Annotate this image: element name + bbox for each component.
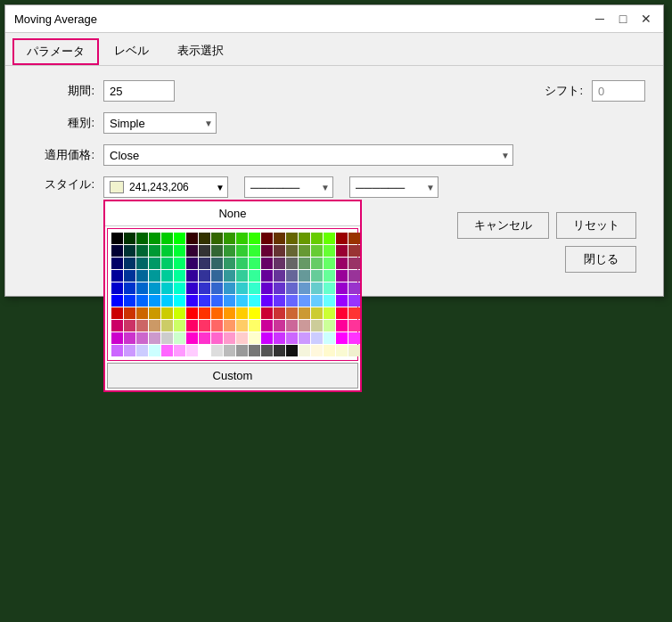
color-cell[interactable] [149, 307, 160, 319]
minimize-button[interactable]: ─ [592, 11, 608, 27]
color-button[interactable]: 241,243,206 ▼ [103, 176, 228, 198]
color-cell[interactable] [299, 307, 310, 319]
line-style-1-select[interactable]: ────── - - - - - · · · · · [244, 176, 333, 198]
color-cell[interactable] [286, 295, 298, 307]
color-cell[interactable] [299, 332, 310, 344]
color-cell[interactable] [299, 233, 310, 244]
color-cell[interactable] [324, 332, 335, 344]
color-cell[interactable] [236, 258, 248, 269]
maximize-button[interactable]: □ [615, 11, 631, 27]
color-cell[interactable] [286, 233, 298, 244]
color-cell[interactable] [348, 282, 360, 294]
color-cell[interactable] [274, 295, 285, 307]
custom-button[interactable]: Custom [107, 363, 358, 389]
close-window-button[interactable]: ✕ [638, 11, 654, 27]
color-cell[interactable] [174, 307, 185, 319]
color-cell[interactable] [236, 345, 248, 356]
color-cell[interactable] [324, 295, 335, 307]
color-cell[interactable] [111, 233, 123, 244]
line-style-2-select[interactable]: ────── ━━━━━ ▬▬▬▬▬ [349, 176, 438, 198]
color-cell[interactable] [286, 245, 298, 257]
color-cell[interactable] [274, 245, 285, 257]
color-cell[interactable] [111, 345, 123, 356]
color-cell[interactable] [274, 307, 285, 319]
color-cell[interactable] [186, 345, 198, 356]
type-select[interactable]: Simple Exponential Smoothed Linear Weigh… [103, 112, 217, 134]
color-cell[interactable] [274, 282, 285, 294]
color-cell[interactable] [324, 320, 335, 331]
color-cell[interactable] [186, 245, 198, 257]
color-cell[interactable] [311, 307, 323, 319]
color-cell[interactable] [199, 307, 210, 319]
color-cell[interactable] [311, 270, 323, 282]
color-cell[interactable] [348, 307, 360, 319]
color-cell[interactable] [249, 245, 260, 257]
color-cell[interactable] [336, 282, 348, 294]
color-cell[interactable] [261, 320, 273, 331]
color-cell[interactable] [236, 307, 248, 319]
color-cell[interactable] [261, 245, 273, 257]
color-cell[interactable] [199, 233, 210, 244]
color-cell[interactable] [149, 332, 160, 344]
color-cell[interactable] [324, 233, 335, 244]
color-cell[interactable] [274, 258, 285, 269]
color-cell[interactable] [348, 295, 360, 307]
color-cell[interactable] [261, 345, 273, 356]
color-cell[interactable] [286, 270, 298, 282]
color-cell[interactable] [211, 282, 223, 294]
color-cell[interactable] [348, 345, 360, 356]
color-cell[interactable] [111, 258, 123, 269]
color-cell[interactable] [124, 233, 135, 244]
color-cell[interactable] [299, 345, 310, 356]
color-cell[interactable] [336, 233, 348, 244]
color-cell[interactable] [149, 295, 160, 307]
shift-input[interactable] [592, 80, 645, 102]
color-cell[interactable] [149, 258, 160, 269]
color-cell[interactable] [136, 258, 148, 269]
color-cell[interactable] [336, 307, 348, 319]
color-cell[interactable] [274, 345, 285, 356]
color-cell[interactable] [136, 307, 148, 319]
color-cell[interactable] [311, 282, 323, 294]
period-input[interactable] [103, 80, 175, 102]
color-cell[interactable] [111, 282, 123, 294]
color-cell[interactable] [336, 270, 348, 282]
color-cell[interactable] [348, 320, 360, 331]
color-cell[interactable] [161, 282, 173, 294]
color-cell[interactable] [224, 270, 235, 282]
color-cell[interactable] [111, 295, 123, 307]
color-cell[interactable] [348, 258, 360, 269]
color-cell[interactable] [161, 307, 173, 319]
tab-params[interactable]: パラメータ [12, 38, 99, 65]
color-cell[interactable] [348, 233, 360, 244]
color-cell[interactable] [336, 245, 348, 257]
color-cell[interactable] [249, 332, 260, 344]
color-cell[interactable] [236, 233, 248, 244]
color-cell[interactable] [311, 233, 323, 244]
color-cell[interactable] [136, 270, 148, 282]
color-cell[interactable] [249, 282, 260, 294]
color-cell[interactable] [149, 233, 160, 244]
color-cell[interactable] [174, 282, 185, 294]
color-cell[interactable] [149, 270, 160, 282]
color-cell[interactable] [286, 332, 298, 344]
color-cell[interactable] [324, 282, 335, 294]
color-cell[interactable] [186, 332, 198, 344]
color-cell[interactable] [299, 320, 310, 331]
color-cell[interactable] [249, 270, 260, 282]
color-cell[interactable] [261, 295, 273, 307]
color-cell[interactable] [249, 258, 260, 269]
color-cell[interactable] [274, 270, 285, 282]
color-cell[interactable] [161, 332, 173, 344]
color-cell[interactable] [249, 233, 260, 244]
color-cell[interactable] [336, 295, 348, 307]
color-cell[interactable] [186, 295, 198, 307]
color-cell[interactable] [186, 307, 198, 319]
color-cell[interactable] [236, 320, 248, 331]
color-cell[interactable] [174, 332, 185, 344]
color-cell[interactable] [111, 332, 123, 344]
color-cell[interactable] [249, 345, 260, 356]
color-cell[interactable] [174, 245, 185, 257]
color-cell[interactable] [224, 245, 235, 257]
color-cell[interactable] [199, 270, 210, 282]
